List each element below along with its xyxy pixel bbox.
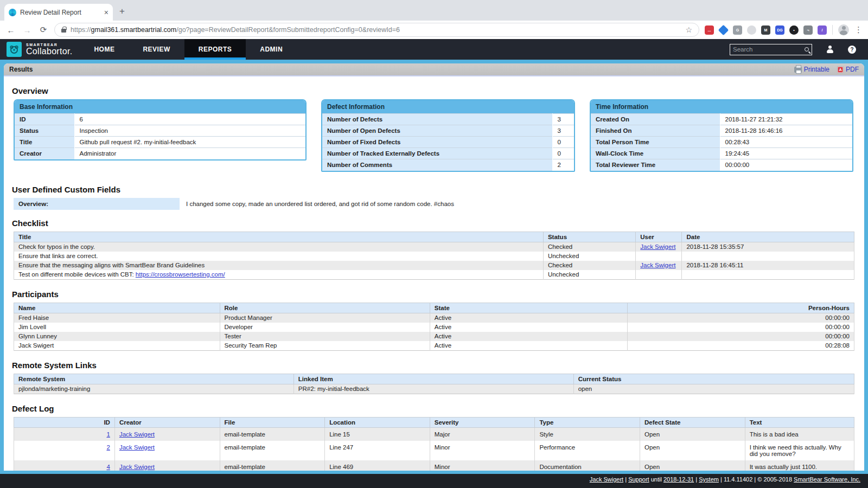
bookmark-star-icon[interactable]: ☆ xyxy=(685,25,692,34)
g-extension-icon[interactable]: G xyxy=(733,25,742,35)
table-row: Test on different mobile devices with CB… xyxy=(14,270,854,280)
table-cell: Style xyxy=(535,427,640,441)
footer-link[interactable]: 2018-12-31 xyxy=(663,476,694,483)
checklist-url-link[interactable]: https://crossbrowsertesting.com/ xyxy=(136,271,225,278)
defect-id-link[interactable]: 1 xyxy=(106,431,110,438)
info-label: Wall-Clock Time xyxy=(591,148,720,159)
info-value: 19:24:45 xyxy=(720,148,852,159)
table-cell: Jim Lovell xyxy=(14,323,220,332)
table-row: 4Jack Swigertemail-templateLine 469Minor… xyxy=(14,460,854,471)
checklist-heading: Checklist xyxy=(12,219,859,228)
table-cell: email-template xyxy=(220,441,325,460)
brand-name-label: Collabortor. xyxy=(26,47,72,56)
info-row: Number of Defects3 xyxy=(322,114,574,125)
user-link[interactable]: Jack Swigert xyxy=(640,243,675,250)
nav-item-admin[interactable]: ADMIN xyxy=(246,39,297,60)
browser-profile-avatar[interactable] xyxy=(838,24,849,35)
nav-item-review[interactable]: REVIEW xyxy=(129,39,184,60)
info-value: Administrator xyxy=(74,148,305,159)
lock-icon[interactable] xyxy=(61,29,66,33)
defect-id-link[interactable]: 4 xyxy=(106,464,110,470)
info-value: Inspection xyxy=(74,125,305,137)
url-text: https://gmail361.smartbeartrial.com/go?p… xyxy=(71,26,400,34)
info-row: CreatorAdministrator xyxy=(15,148,305,159)
table-cell: Line 15 xyxy=(325,427,430,441)
table-cell: 00:00:00 xyxy=(627,313,854,323)
gray-circle-extension-icon[interactable] xyxy=(747,25,756,35)
purple-pen-extension-icon[interactable]: / xyxy=(818,25,827,35)
table-cell: Open xyxy=(640,427,745,441)
info-label: Total Reviewer Time xyxy=(591,159,720,171)
browser-menu-icon[interactable]: ⋮ xyxy=(854,25,863,35)
table-cell: 2 xyxy=(14,441,115,460)
table-row: Jim LovellDeveloperActive00:00:00 xyxy=(14,323,854,332)
column-header: File xyxy=(220,417,325,427)
footer-link[interactable]: SmartBear Software, Inc. xyxy=(794,476,860,483)
info-label: Title xyxy=(15,137,74,148)
info-row: Number of Comments2 xyxy=(322,159,574,171)
defect-log-table: IDCreatorFileLocationSeverityTypeDefect … xyxy=(14,417,854,471)
address-bar[interactable]: https://gmail361.smartbeartrial.com/go?p… xyxy=(54,23,699,37)
reload-button[interactable]: ⟳ xyxy=(38,25,49,35)
info-value: 6 xyxy=(74,114,305,125)
red-grid-extension-icon[interactable]: ... xyxy=(705,25,714,35)
table-cell xyxy=(636,270,682,280)
table-cell: Line 469 xyxy=(325,460,430,471)
new-tab-button[interactable]: + xyxy=(119,6,125,17)
dg-extension-icon[interactable]: DG xyxy=(775,25,784,35)
user-link[interactable]: Jack Swigert xyxy=(119,464,155,470)
custom-field-label: Overview: xyxy=(14,198,180,210)
user-link[interactable]: Jack Swigert xyxy=(119,431,155,438)
table-cell: Unchecked xyxy=(543,270,635,280)
extensions-row: ...GMDG•¬/ xyxy=(705,25,827,35)
column-header: Title xyxy=(14,232,544,242)
table-cell: Open xyxy=(640,441,745,460)
nav-item-home[interactable]: HOME xyxy=(80,39,129,60)
m-extension-icon[interactable]: M xyxy=(761,25,770,35)
blue-diamond-extension-icon[interactable] xyxy=(718,24,729,35)
info-label: Number of Open Defects xyxy=(322,125,552,137)
column-header: Location xyxy=(325,417,430,427)
forward-button[interactable]: → xyxy=(22,25,33,35)
checklist-table: TitleStatusUserDateCheck for typos in th… xyxy=(14,232,854,280)
table-cell: PR#2: my-initial-feedback xyxy=(293,384,573,394)
info-value: 2018-11-27 21:21:32 xyxy=(720,114,852,125)
user-link[interactable]: Jack Swigert xyxy=(119,444,155,451)
search-box[interactable] xyxy=(730,44,812,55)
browser-tab[interactable]: Review Detail Report × xyxy=(4,4,113,21)
back-button[interactable]: ← xyxy=(5,25,16,35)
gray-tool-extension-icon[interactable]: ¬ xyxy=(803,25,813,35)
toolbar-divider xyxy=(832,25,833,35)
column-header: ID xyxy=(14,417,115,427)
table-cell: Line 247 xyxy=(325,441,430,460)
remote-links-table: Remote SystemLinked ItemCurrent Statuspj… xyxy=(14,374,854,394)
user-account-icon[interactable] xyxy=(826,46,834,53)
nav-right-tools: ? xyxy=(730,39,868,60)
footer-text: | xyxy=(694,476,699,483)
table-row: Ensure that links are correct.Unchecked xyxy=(14,252,854,261)
footer-link[interactable]: Jack Swigert xyxy=(590,476,623,483)
dark-circle-extension-icon[interactable]: • xyxy=(789,25,799,35)
table-row: Glynn LunneyTesterActive00:00:00 xyxy=(14,332,854,341)
help-icon[interactable]: ? xyxy=(848,46,856,54)
table-cell: Open xyxy=(640,460,745,471)
footer-bar: Jack Swigert | Support until 2018-12-31 … xyxy=(0,474,868,488)
brand-logo-block[interactable]: SMARTBEAR Collabortor. xyxy=(0,39,80,60)
printable-link[interactable]: Printable xyxy=(794,66,829,73)
custom-field-value: I changed some copy, made an unordered l… xyxy=(180,201,454,207)
nav-item-reports[interactable]: REPORTS xyxy=(184,39,246,60)
search-input[interactable] xyxy=(733,46,805,53)
app-navbar: SMARTBEAR Collabortor. HOMEREVIEWREPORTS… xyxy=(0,39,868,60)
tab-close-icon[interactable]: × xyxy=(104,8,108,17)
table-cell: 2018-11-28 16:45:11 xyxy=(682,261,854,270)
footer-link[interactable]: System xyxy=(699,476,719,483)
footer-link[interactable]: Support xyxy=(628,476,649,483)
table-cell: This is a bad idea xyxy=(745,427,854,441)
info-label: Number of Tracked Externally Defects xyxy=(322,148,552,159)
table-cell: Product Manager xyxy=(220,313,430,323)
user-link[interactable]: Jack Swigert xyxy=(640,262,675,268)
pdf-link[interactable]: PDF xyxy=(837,66,859,73)
defect-id-link[interactable]: 2 xyxy=(106,444,110,451)
table-row: 2Jack Swigertemail-templateLine 247Minor… xyxy=(14,441,854,460)
search-icon[interactable] xyxy=(805,47,809,52)
